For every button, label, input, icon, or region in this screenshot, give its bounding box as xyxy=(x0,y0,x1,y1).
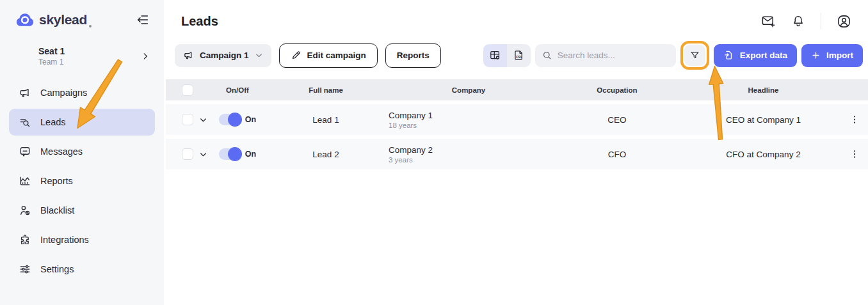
full-name-cell: Lead 2 xyxy=(263,150,389,159)
occupation-cell: CFO xyxy=(549,150,686,159)
brand-wordmark: skylead xyxy=(39,12,87,27)
app: skylead Seat 1 Team 1 xyxy=(0,0,868,305)
leads-search-icon xyxy=(18,116,32,129)
sidebar-item-label: Integrations xyxy=(40,235,89,245)
occupation-cell: CEO xyxy=(549,115,686,125)
sidebar-item-label: Reports xyxy=(40,176,73,186)
full-name-cell: Lead 1 xyxy=(263,115,389,125)
export-data-button[interactable]: Export data xyxy=(714,44,797,67)
toolbar: Campaign 1 Edit campaign Reports xyxy=(175,41,863,70)
sidebar-item-blacklist[interactable]: Blacklist xyxy=(9,197,155,224)
chevron-down-icon xyxy=(198,115,208,125)
collapse-sidebar-icon xyxy=(136,13,150,27)
main-content: Leads xyxy=(164,0,868,305)
row-menu-button[interactable] xyxy=(849,149,860,159)
import-button[interactable]: Import xyxy=(801,44,863,67)
table-view-icon xyxy=(489,49,501,61)
svg-text:CSV: CSV xyxy=(516,56,523,59)
column-header-headline: Headline xyxy=(686,86,841,94)
table-view-button[interactable] xyxy=(483,44,507,67)
account-icon xyxy=(837,14,851,29)
company-tenure: 18 years xyxy=(389,121,549,129)
onoff-toggle[interactable] xyxy=(219,148,241,160)
toggle-state-label: On xyxy=(245,150,256,159)
sidebar-item-messages[interactable]: Messages xyxy=(9,138,155,165)
kebab-menu-icon xyxy=(849,114,860,125)
export-file-icon xyxy=(723,50,734,61)
sidebar-item-label: Settings xyxy=(40,264,74,274)
csv-view-button[interactable]: CSV xyxy=(507,44,531,67)
search-icon xyxy=(542,50,552,61)
chevron-down-icon xyxy=(198,150,208,159)
sidebar-item-reports[interactable]: Reports xyxy=(9,168,155,194)
seat-title: Seat 1 xyxy=(38,46,65,56)
blacklist-user-icon xyxy=(18,204,32,217)
column-header-occupation: Occupation xyxy=(549,86,686,94)
campaign-selector[interactable]: Campaign 1 xyxy=(175,44,271,67)
toolbar-right: CSV xyxy=(483,41,863,70)
message-icon xyxy=(18,145,32,158)
filter-button[interactable] xyxy=(684,45,705,66)
select-all-checkbox[interactable] xyxy=(182,84,193,96)
table-row: On Lead 2 Company 2 3 years CFO CFO at C… xyxy=(166,139,868,169)
onoff-toggle[interactable] xyxy=(219,114,241,125)
collapse-sidebar-button[interactable] xyxy=(136,13,150,27)
company-cell: Company 1 18 years xyxy=(389,111,549,129)
funnel-icon xyxy=(689,50,700,61)
seat-subtitle: Team 1 xyxy=(38,58,65,66)
column-header-company: Company xyxy=(389,86,549,94)
page-title: Leads xyxy=(181,14,218,29)
plus-icon xyxy=(811,51,821,60)
campaign-selector-label: Campaign 1 xyxy=(200,51,249,60)
toggle-knob xyxy=(228,147,242,161)
sidebar-item-label: Blacklist xyxy=(40,205,74,215)
sidebar-item-label: Messages xyxy=(40,146,83,157)
row-checkbox[interactable] xyxy=(182,148,193,160)
view-toggle: CSV xyxy=(483,44,531,67)
onoff-toggle-cell: On xyxy=(212,114,263,125)
new-message-button[interactable] xyxy=(761,14,776,29)
column-header-onoff: On/Off xyxy=(212,86,263,94)
company-cell: Company 2 3 years xyxy=(389,145,549,164)
brand-dot xyxy=(89,25,92,27)
company-tenure: 3 years xyxy=(389,156,549,164)
table-header-row: On/Off Full name Company Occupation Head… xyxy=(166,79,868,100)
chevron-right-icon xyxy=(141,52,150,61)
row-menu-button[interactable] xyxy=(849,114,860,125)
megaphone-icon xyxy=(183,50,194,61)
new-message-icon xyxy=(761,14,776,29)
sidebar-item-campaigns[interactable]: Campaigns xyxy=(9,79,155,106)
logo-row: skylead xyxy=(0,9,164,31)
seat-info: Seat 1 Team 1 xyxy=(38,46,65,66)
edit-campaign-button[interactable]: Edit campaign xyxy=(279,43,378,68)
import-label: Import xyxy=(826,51,853,60)
seat-selector[interactable]: Seat 1 Team 1 xyxy=(38,46,150,66)
row-checkbox[interactable] xyxy=(182,114,193,125)
sidebar-item-leads[interactable]: Leads xyxy=(9,109,155,136)
export-data-label: Export data xyxy=(740,51,787,60)
sidebar-item-integrations[interactable]: Integrations xyxy=(9,226,155,253)
headline-cell: CFO at Company 2 xyxy=(686,150,841,159)
search-box xyxy=(535,44,676,67)
csv-view-icon: CSV xyxy=(513,49,525,61)
sidebar-item-label: Leads xyxy=(40,117,66,127)
row-expand-button[interactable] xyxy=(198,115,208,125)
reports-button[interactable]: Reports xyxy=(385,43,441,68)
topbar: Leads xyxy=(164,0,868,32)
megaphone-icon xyxy=(18,86,32,99)
leads-table: On/Off Full name Company Occupation Head… xyxy=(166,79,868,169)
notifications-button[interactable] xyxy=(791,14,805,28)
chevron-down-icon xyxy=(255,51,263,59)
notifications-icon xyxy=(791,14,805,28)
account-button[interactable] xyxy=(837,14,851,29)
toggle-knob xyxy=(228,113,242,127)
topbar-divider xyxy=(821,13,821,29)
sidebar: skylead Seat 1 Team 1 xyxy=(0,0,164,305)
kebab-menu-icon xyxy=(849,149,860,159)
company-name: Company 1 xyxy=(389,111,549,120)
filter-highlight-ring xyxy=(680,41,709,70)
edit-campaign-label: Edit campaign xyxy=(307,51,366,60)
sidebar-item-settings[interactable]: Settings xyxy=(9,256,155,283)
search-input[interactable] xyxy=(558,51,670,60)
row-expand-button[interactable] xyxy=(198,150,208,159)
